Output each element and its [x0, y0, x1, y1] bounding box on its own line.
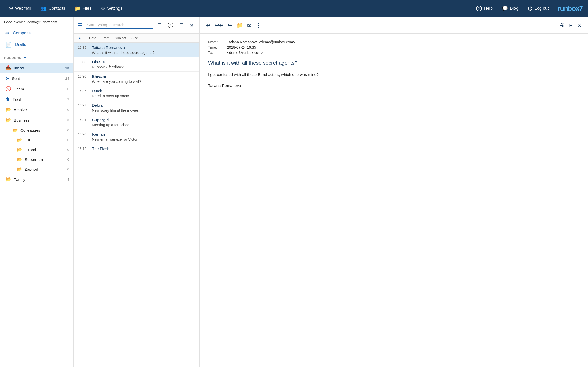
from-label: From: [208, 40, 223, 44]
email-item[interactable]: 16:27 Dutch Need to meet up soon! [74, 86, 199, 100]
email-subject: Meeting up after school [92, 123, 195, 127]
colleagues-count: 0 [67, 128, 69, 132]
sidebar-divider [0, 52, 73, 52]
email-item[interactable]: 16:20 Iceman New email service for Victo… [74, 129, 199, 144]
archive-folder-icon: 📂 [5, 107, 11, 113]
nav-logout-label: Log out [535, 6, 549, 11]
brand-logo: runbox7 [558, 4, 583, 13]
sidebar-item-business[interactable]: 📂 Business 8 [0, 115, 73, 125]
sidebar-item-archive[interactable]: 📂 Archive 0 [0, 104, 73, 115]
sidebar-item-zaphod[interactable]: 📂 Zaphod 0 [0, 164, 73, 174]
nav-files-label: Files [82, 6, 91, 11]
add-folder-icon[interactable]: + [24, 55, 27, 60]
email-from: Shivani [92, 74, 106, 79]
email-item[interactable]: 16:35 Tatiana Romanova What is it with a… [74, 43, 199, 57]
sidebar-item-sent[interactable]: ➤ Sent 24 [0, 73, 73, 84]
bill-label: Bill [25, 138, 65, 142]
time-value: 2018-07-24 16:35 [227, 45, 256, 49]
webmail-icon: ✉ [9, 6, 13, 11]
email-time: 16:35 [78, 45, 89, 49]
email-time: 16:20 [78, 132, 89, 136]
sent-count: 24 [65, 77, 69, 80]
spam-label: Spam [14, 87, 65, 91]
sidebar-item-inbox[interactable]: 📥 Inbox 13 [0, 63, 73, 73]
email-subject: When are you coming to visit? [92, 79, 195, 84]
superman-folder-icon: 📂 [17, 157, 22, 162]
email-item[interactable]: 16:21 Supergirl Meeting up after school [74, 115, 199, 129]
trash-icon: 🗑 [5, 96, 10, 102]
reply-icon[interactable]: ↩ [205, 21, 212, 29]
nav-blog[interactable]: 💬 Blog [498, 3, 522, 13]
nav-contacts[interactable]: 👥 Contacts [37, 3, 69, 13]
email-time: 16:33 [78, 60, 89, 64]
email-time: 16:23 [78, 103, 89, 107]
email-item[interactable]: 16:12 The Flash [74, 144, 199, 154]
meta-time-row: Time: 2018-07-24 16:35 [208, 45, 580, 49]
nav-files[interactable]: 📁 Files [71, 3, 95, 13]
meta-to-row: To: <demo@runbox.com> [208, 50, 580, 55]
move-folder-icon[interactable]: 📁 [235, 21, 244, 29]
email-from: Giselle [92, 60, 105, 64]
col-from[interactable]: From [101, 36, 109, 40]
elrond-label: Elrond [25, 147, 65, 152]
forward-icon[interactable]: ↪ [227, 21, 233, 29]
help-icon: ? [476, 6, 482, 11]
drafts-label: Drafts [15, 42, 26, 47]
inbox-count: 13 [65, 66, 69, 70]
detail-meta: From: Tatiana Romanova <demo@runbox.com>… [208, 40, 580, 55]
mark-read-icon[interactable]: ✉ [246, 21, 253, 29]
email-item[interactable]: 16:30 Shivani When are you coming to vis… [74, 72, 199, 86]
reply-all-icon[interactable]: ↩↩ [214, 21, 225, 29]
sidebar-item-spam[interactable]: 🚫 Spam 0 [0, 84, 73, 94]
col-date[interactable]: Date [89, 36, 96, 40]
nav-webmail-label: Webmail [15, 6, 31, 11]
spam-icon: 🚫 [5, 86, 11, 92]
menu-icon[interactable]: ☰ [78, 22, 82, 28]
sidebar-item-trash[interactable]: 🗑 Trash 3 [0, 94, 73, 104]
columns-icon[interactable]: ☐ [178, 22, 185, 29]
nav-settings[interactable]: ⚙ Settings [97, 3, 126, 13]
main-layout: Good evening, demo@runbox.com ✏ Compose … [0, 17, 588, 367]
top-navigation: ✉ Webmail 👥 Contacts 📁 Files ⚙ Settings … [0, 0, 588, 17]
nav-logout[interactable]: ⏻ Log out [524, 4, 552, 13]
email-detail-panel: ↩ ↩↩ ↪ 📁 ✉ ⋮ 🖨 ⊟ ✕ From: Tatiana Romanov… [200, 17, 588, 367]
sidebar-item-elrond[interactable]: 📂 Elrond 0 [0, 145, 73, 155]
email-from: Debra [92, 103, 103, 108]
detail-subject: What is it with all these secret agents? [208, 60, 580, 66]
print-icon[interactable]: 🖨 [558, 21, 565, 29]
email-scroll-area[interactable]: 16:35 Tatiana Romanova What is it with a… [74, 43, 199, 367]
sidebar: Good evening, demo@runbox.com ✏ Compose … [0, 17, 74, 367]
logout-icon: ⏻ [528, 6, 533, 11]
col-subject[interactable]: Subject [115, 36, 126, 40]
col-size[interactable]: Size [131, 36, 138, 40]
email-subject: New scary film at the movies [92, 108, 195, 113]
compose-button[interactable]: ✏ Compose [0, 27, 73, 39]
select-all-icon[interactable]: ☐ [156, 22, 163, 29]
bill-count: 0 [67, 138, 69, 142]
mail-view-icon[interactable]: ✉ [188, 22, 195, 29]
nav-help[interactable]: ? Help [472, 3, 496, 13]
drafts-item[interactable]: 📄 Drafts [0, 39, 73, 50]
email-list-header: ▲ Date From Subject Size [74, 34, 199, 43]
sidebar-item-colleagues[interactable]: 📂 Colleagues 0 [0, 125, 73, 135]
sidebar-item-superman[interactable]: 📂 Superman 0 [0, 155, 73, 164]
sidebar-item-family[interactable]: 📂 Family 4 [0, 174, 73, 185]
email-item[interactable]: 16:33 Giselle Runbox 7 feedback [74, 57, 199, 72]
close-icon[interactable]: ✕ [576, 21, 583, 29]
nav-help-label: Help [484, 6, 493, 11]
email-item[interactable]: 16:23 Debra New scary film at the movies [74, 100, 199, 115]
split-icon[interactable]: ⊟ [568, 21, 574, 29]
nav-webmail[interactable]: ✉ Webmail [5, 3, 35, 13]
elrond-folder-icon: 📂 [17, 147, 22, 152]
blog-icon: 💬 [502, 6, 508, 11]
sidebar-item-bill[interactable]: 📂 Bill 0 [0, 135, 73, 145]
email-from: The Flash [92, 146, 110, 151]
more-options-icon[interactable]: ⋮ [255, 21, 262, 29]
email-time: 16:27 [78, 89, 89, 93]
toolbar-icons: ☐ 💬 ☐ ✉ [156, 22, 195, 29]
message-icon[interactable]: 💬 [166, 22, 175, 29]
zaphod-label: Zaphod [25, 167, 65, 171]
search-input[interactable] [86, 22, 153, 29]
to-label: To: [208, 50, 223, 55]
email-from: Iceman [92, 132, 105, 136]
